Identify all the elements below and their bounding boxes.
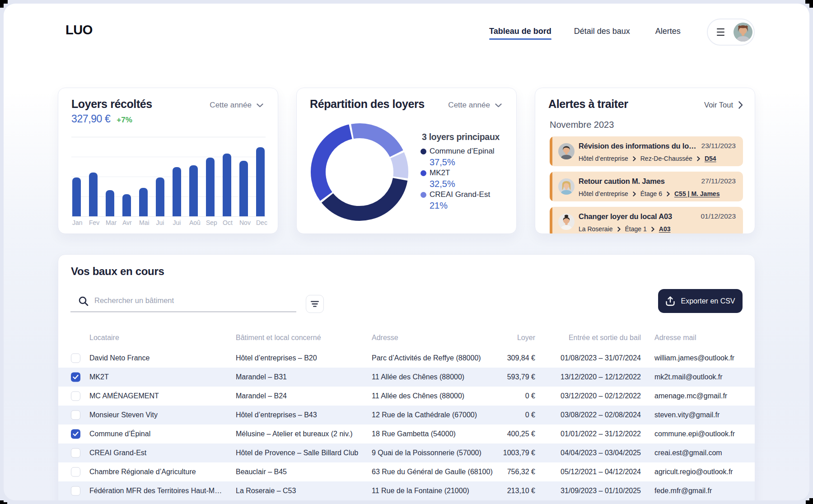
legend-dot <box>421 170 426 176</box>
chevron-right-icon <box>633 156 636 161</box>
cell-email: amenage.mc@gmail.fr <box>654 392 727 400</box>
row-checkbox-checked[interactable] <box>71 373 80 382</box>
legend-items: Commune d’Epinal 37,5%MK2T 32,5%CREAI Gr… <box>422 147 514 211</box>
cell-adresse: 11 Allée des Chênes (88000) <box>372 373 464 381</box>
chevron-right-icon <box>651 227 654 232</box>
alert-date: 01/12/2023 <box>701 212 736 221</box>
user-avatar <box>734 23 752 42</box>
user-menu[interactable] <box>707 19 755 46</box>
bar-axis-label: Jui <box>173 219 181 226</box>
nav-tab-alertes[interactable]: Alertes <box>655 26 681 40</box>
legend-label: CREAI Grand-Est <box>430 190 490 199</box>
voir-tout-link[interactable]: Voir Tout <box>704 101 743 109</box>
breadcrumb-item: La Roseraie <box>579 225 613 233</box>
col-header-batiment: Bâtiment et local concerné <box>236 334 321 342</box>
corner-mark <box>809 498 813 504</box>
cell-email: commune.epi@outlook.fr <box>654 430 735 438</box>
export-csv-button[interactable]: Exporter en CSV <box>658 289 743 313</box>
alerts-month: Novembre 2023 <box>550 120 614 130</box>
portrait-photo <box>734 23 752 42</box>
legend-percentage: 21% <box>430 200 514 211</box>
cell-email: fede.mfr@gmail.fr <box>654 487 712 495</box>
cell-adresse: 12 Rue de la Cathédrale (67000) <box>372 411 477 419</box>
bar-axis-labels: JanFevMarAvrMaiJuiJuiAoûSepOctNovDec <box>72 219 265 226</box>
bar <box>156 177 164 216</box>
row-checkbox[interactable] <box>71 392 80 401</box>
legend-dot <box>421 192 426 198</box>
period-select-repartition[interactable]: Cette année <box>448 101 502 110</box>
breadcrumb-chevron-icon <box>633 191 636 196</box>
cell-bail: 03/12/2020 – 02/12/2022 <box>561 392 641 400</box>
cell-adresse: 11 Allée des Chênes (88000) <box>372 392 464 400</box>
breadcrumb-item: Étage 1 <box>625 225 647 233</box>
table-row[interactable]: Monsieur Steven Vity Hôtel d’entreprises… <box>58 406 755 425</box>
legend-label: MK2T <box>430 168 450 177</box>
table-row[interactable]: David Neto France Hôtel d’entreprises – … <box>58 349 755 368</box>
col-header-adresse: Adresse <box>372 334 398 342</box>
alert-title: Changer loyer du local A03 <box>579 212 672 221</box>
bar-axis-label: Mar <box>106 219 114 226</box>
bar <box>139 188 148 216</box>
bar <box>223 154 231 216</box>
card-header: Loyers récoltés Cette année <box>71 98 263 111</box>
corner-mark <box>0 0 4 8</box>
chevron-down-icon <box>257 103 263 107</box>
bar-axis-label: Oct <box>223 219 231 226</box>
row-checkbox[interactable] <box>71 486 80 496</box>
portrait-photo <box>558 143 575 159</box>
table-row[interactable]: Commune d’Épinal Mélusine – Atelier et b… <box>58 425 755 443</box>
filter-icon <box>311 301 319 307</box>
donut-segment <box>318 132 350 196</box>
table-row[interactable]: MC AMÉNAGEMENT Marandel – B24 11 Allée d… <box>58 387 755 406</box>
col-header-loyer: Loyer <box>517 334 535 342</box>
filter-button[interactable] <box>306 295 324 313</box>
table-row[interactable]: MK2T Marandel – B31 11 Allée des Chênes … <box>58 368 755 387</box>
check-icon <box>73 432 79 437</box>
row-checkbox[interactable] <box>71 467 80 477</box>
bar-group <box>72 137 265 216</box>
row-checkbox[interactable] <box>71 411 80 420</box>
search-field <box>70 293 296 312</box>
search-icon <box>78 296 89 307</box>
alert-title-row: Changer loyer du local A03 01/12/2023 <box>579 212 736 221</box>
search-input[interactable] <box>94 296 295 305</box>
cell-adresse: 18 Rue Gambetta (54000) <box>372 430 456 438</box>
bar <box>189 165 198 216</box>
table-row[interactable]: Fédération MFR des Territoires Haut-M… L… <box>58 481 755 500</box>
chevron-right-icon <box>633 191 636 196</box>
bar <box>89 173 98 216</box>
legend-title: 3 loyers principaux <box>422 132 514 142</box>
table-row[interactable]: Chambre Régionale d’Agriculture Beauclai… <box>58 462 755 481</box>
cell-checkbox <box>71 373 80 382</box>
menu-icon <box>717 26 724 37</box>
alert-date: 27/11/2023 <box>701 177 736 186</box>
table-row[interactable]: CREAI Grand-Est Hôtel de Provence – Sall… <box>58 443 755 462</box>
cell-checkbox <box>71 467 80 477</box>
nav-tab-tableau-de-bord[interactable]: Tableau de bord <box>489 26 551 40</box>
cell-batiment: Hôtel d’entreprises – B43 <box>236 411 317 419</box>
cell-bail: 31/09/2023 – 01/10/2025 <box>561 487 641 495</box>
cell-email: steven.vity@gmail.fr <box>654 411 720 419</box>
row-checkbox-checked[interactable] <box>71 429 80 439</box>
alert-item[interactable]: Retour caution M. James 27/11/2023 Hôtel… <box>550 172 743 201</box>
card-loyers-recoltes: Loyers récoltés Cette année 327,90 € +7%… <box>58 88 278 234</box>
alert-item[interactable]: Révision des informations du lo… 23/11/2… <box>550 136 743 166</box>
row-checkbox[interactable] <box>71 354 80 363</box>
period-select-loyers[interactable]: Cette année <box>210 101 263 110</box>
cell-loyer: 400,25 € <box>507 430 535 438</box>
donut-segment <box>327 179 400 213</box>
nav-tab-detail-des-baux[interactable]: Détail des baux <box>574 26 630 40</box>
card-repartition-loyers: Répartition des loyers Cette année 3 loy… <box>296 88 517 234</box>
dashboard-screen: LUO Tableau de bordDétail des bauxAlerte… <box>0 0 813 504</box>
cell-locataire: Fédération MFR des Territoires Haut-M… <box>89 487 222 495</box>
chart-gridline <box>71 216 266 217</box>
breadcrumb-item: C55 | M. James <box>674 190 720 197</box>
alert-item[interactable]: Changer loyer du local A03 01/12/2023 La… <box>550 207 743 234</box>
bar <box>239 161 248 216</box>
bar-axis-label: Sep <box>206 219 215 226</box>
cell-batiment: Hôtel de Provence – Salle Billard Club <box>236 449 358 457</box>
card-header: Répartition des loyers Cette année <box>310 98 502 111</box>
alert-title-row: Révision des informations du lo… 23/11/2… <box>579 142 736 150</box>
row-checkbox[interactable] <box>71 448 80 458</box>
cell-checkbox <box>71 411 80 420</box>
